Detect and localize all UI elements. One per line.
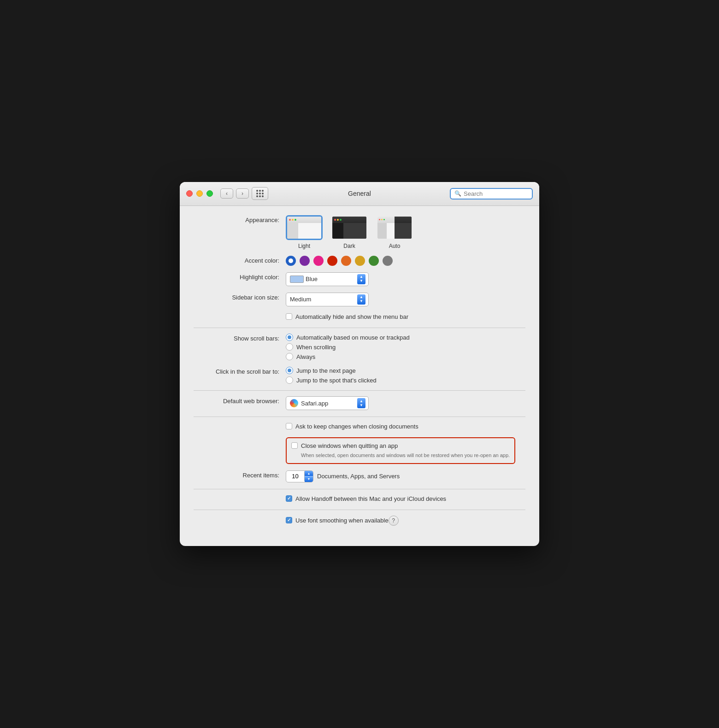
default-browser-dropdown[interactable]: Safari.app ▲ ▼ xyxy=(286,396,369,410)
font-smoothing-controls: Use font smoothing when available ? xyxy=(286,516,525,526)
scroll-always-radio[interactable] xyxy=(286,353,293,360)
help-button[interactable]: ? xyxy=(389,516,399,526)
arrow-down-icon: ▼ xyxy=(360,299,363,303)
back-button[interactable]: ‹ xyxy=(220,188,233,199)
click-scroll-radio-group: Jump to the next page Jump to the spot t… xyxy=(286,367,377,384)
font-smoothing-label xyxy=(194,516,286,517)
default-browser-row: Default web browser: Safari.app ▲ ▼ xyxy=(194,396,525,410)
scroll-bars-row: Show scroll bars: Automatically based on… xyxy=(194,334,525,360)
search-box[interactable]: 🔍 xyxy=(450,188,533,200)
accent-color-controls xyxy=(286,256,525,266)
close-windows-checkbox[interactable] xyxy=(291,442,298,449)
default-browser-label: Default web browser: xyxy=(194,396,286,405)
accent-orange[interactable] xyxy=(341,256,351,266)
jump-page-label: Jump to the next page xyxy=(296,367,356,374)
appearance-row: Appearance: xyxy=(194,215,525,249)
close-windows-controls: Close windows when quitting an app When … xyxy=(286,437,525,464)
highlight-color-value: Blue xyxy=(306,276,355,282)
accent-green[interactable] xyxy=(369,256,379,266)
menu-bar-checkbox-label: Automatically hide and show the menu bar xyxy=(295,313,408,321)
arrow-down-icon: ▼ xyxy=(360,404,363,407)
settings-content: Appearance: xyxy=(180,206,539,546)
recent-items-suffix: Documents, Apps, and Servers xyxy=(317,472,400,481)
divider-4 xyxy=(194,489,525,489)
jump-spot-radio[interactable] xyxy=(286,376,293,384)
divider-3 xyxy=(194,417,525,417)
arrow-up-icon: ▲ xyxy=(360,275,363,279)
minimize-button[interactable] xyxy=(196,190,203,197)
accent-red[interactable] xyxy=(327,256,337,266)
close-button[interactable] xyxy=(186,190,193,197)
scroll-when-radio[interactable] xyxy=(286,343,293,351)
menu-bar-checkbox[interactable] xyxy=(286,313,292,320)
scroll-bars-label: Show scroll bars: xyxy=(194,334,286,343)
grid-view-button[interactable] xyxy=(252,187,268,200)
search-input[interactable] xyxy=(464,190,528,197)
handoff-checkbox-label: Allow Handoff between this Mac and your … xyxy=(295,495,446,503)
scroll-bars-radio-group: Automatically based on mouse or trackpad… xyxy=(286,334,410,360)
close-windows-label xyxy=(194,437,286,438)
close-windows-checkbox-row: Close windows when quitting an app xyxy=(291,442,510,450)
scroll-always-row: Always xyxy=(286,353,410,360)
recent-items-stepper[interactable]: 10 ▲ ▼ xyxy=(286,470,313,482)
sidebar-icon-size-value: Medium xyxy=(290,296,355,303)
light-thumb[interactable] xyxy=(286,215,323,240)
scroll-auto-radio[interactable] xyxy=(286,334,293,341)
appearance-label: Appearance: xyxy=(194,215,286,224)
close-windows-checkbox-label: Close windows when quitting an app xyxy=(301,442,398,450)
font-smoothing-checkbox-row: Use font smoothing when available xyxy=(286,517,389,525)
accent-purple[interactable] xyxy=(300,256,310,266)
sidebar-icon-size-row: Sidebar icon size: Medium ▲ ▼ xyxy=(194,293,525,306)
divider-2 xyxy=(194,390,525,391)
handoff-checkbox[interactable] xyxy=(286,495,292,502)
handoff-label xyxy=(194,495,286,496)
jump-page-radio[interactable] xyxy=(286,367,293,374)
appearance-auto[interactable]: Auto xyxy=(376,215,413,249)
arrow-up-icon: ▲ xyxy=(360,399,363,403)
default-browser-value: Safari.app xyxy=(301,400,355,407)
titlebar: ‹ › General 🔍 xyxy=(180,182,539,206)
sidebar-icon-size-dropdown[interactable]: Medium ▲ ▼ xyxy=(286,293,369,306)
recent-items-row: Recent items: 10 ▲ ▼ Documents, Apps, an… xyxy=(194,470,525,482)
scroll-when-row: When scrolling xyxy=(286,343,410,351)
stepper-down[interactable]: ▼ xyxy=(305,476,313,482)
scroll-auto-label: Automatically based on mouse or trackpad xyxy=(296,334,410,341)
stepper-up[interactable]: ▲ xyxy=(305,471,313,476)
menu-bar-checkbox-row: Automatically hide and show the menu bar xyxy=(286,313,408,321)
dark-thumb[interactable] xyxy=(331,215,368,240)
close-windows-description: When selected, open documents and window… xyxy=(291,452,510,459)
maximize-button[interactable] xyxy=(206,190,213,197)
highlight-color-dropdown[interactable]: Blue ▲ ▼ xyxy=(286,272,369,286)
divider-5 xyxy=(194,510,525,510)
close-windows-row: Close windows when quitting an app When … xyxy=(194,437,525,464)
forward-button[interactable]: › xyxy=(236,188,249,199)
font-smoothing-bottom-row: Use font smoothing when available ? xyxy=(286,516,399,526)
appearance-dark[interactable]: Dark xyxy=(331,215,368,249)
search-icon: 🔍 xyxy=(454,190,461,197)
scroll-when-label: When scrolling xyxy=(296,344,336,351)
auto-thumb[interactable] xyxy=(376,215,413,240)
divider-1 xyxy=(194,328,525,328)
close-windows-highlight-box: Close windows when quitting an app When … xyxy=(286,437,515,464)
appearance-options: Light xyxy=(286,215,413,249)
ask-keep-checkbox[interactable] xyxy=(286,423,292,429)
light-label: Light xyxy=(298,243,310,249)
font-smoothing-checkbox[interactable] xyxy=(286,517,292,523)
recent-items-label: Recent items: xyxy=(194,470,286,480)
dropdown-arrows: ▲ ▼ xyxy=(357,274,365,284)
dark-label: Dark xyxy=(343,243,355,249)
accent-pink[interactable] xyxy=(313,256,324,266)
accent-yellow[interactable] xyxy=(355,256,365,266)
accent-blue[interactable] xyxy=(286,256,296,266)
menu-bar-row: Automatically hide and show the menu bar xyxy=(194,313,525,321)
ask-keep-checkbox-row: Ask to keep changes when closing documen… xyxy=(286,423,418,431)
appearance-light[interactable]: Light xyxy=(286,215,323,249)
arrow-up-icon: ▲ xyxy=(360,295,363,299)
ask-keep-label xyxy=(194,423,286,423)
accent-graphite[interactable] xyxy=(383,256,393,266)
menu-bar-controls: Automatically hide and show the menu bar xyxy=(286,313,525,321)
nav-buttons: ‹ › xyxy=(220,188,249,199)
highlight-color-row: Highlight color: Blue ▲ ▼ xyxy=(194,272,525,286)
font-smoothing-row: Use font smoothing when available ? xyxy=(194,516,525,526)
arrow-down-icon: ▼ xyxy=(360,279,363,283)
